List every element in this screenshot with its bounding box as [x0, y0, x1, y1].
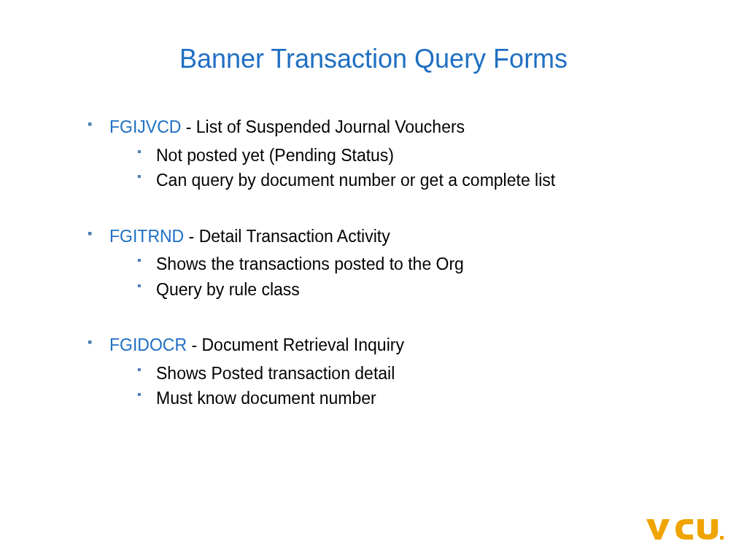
form-code: FGIDOCR [109, 335, 187, 354]
form-desc: - Document Retrieval Inquiry [187, 335, 404, 354]
form-desc: - List of Suspended Journal Vouchers [181, 117, 465, 136]
list-item: FGIDOCR - Document Retrieval Inquiry Sho… [88, 332, 689, 411]
sub-item: Shows the transactions posted to the Org [137, 252, 689, 277]
vcu-logo [645, 517, 725, 542]
inner-list: Shows the transactions posted to the Org… [109, 252, 689, 302]
sub-item: Must know document number [137, 386, 689, 411]
inner-list: Not posted yet (Pending Status) Can quer… [109, 143, 689, 193]
sub-item: Query by rule class [137, 277, 689, 303]
outer-list: FGIJVCD - List of Suspended Journal Vouc… [58, 114, 689, 411]
form-code: FGITRND [109, 227, 184, 246]
form-desc: - Detail Transaction Activity [184, 227, 390, 246]
list-item: FGITRND - Detail Transaction Activity Sh… [88, 224, 689, 303]
slide-title: Banner Transaction Query Forms [58, 44, 689, 74]
sub-item: Not posted yet (Pending Status) [137, 143, 689, 168]
slide-container: Banner Transaction Query Forms FGIJVCD -… [0, 0, 747, 560]
svg-rect-0 [720, 536, 724, 540]
list-item: FGIJVCD - List of Suspended Journal Vouc… [88, 114, 689, 193]
form-code: FGIJVCD [109, 117, 181, 136]
sub-item: Shows Posted transaction detail [137, 361, 689, 386]
inner-list: Shows Posted transaction detail Must kno… [109, 361, 689, 411]
sub-item: Can query by document number or get a co… [137, 168, 689, 193]
